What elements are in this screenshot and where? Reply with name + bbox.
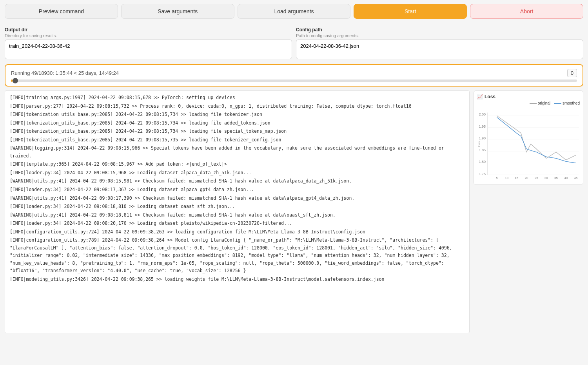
legend-original-line [530,103,537,104]
preview-command-button[interactable]: Preview command [5,4,118,19]
progress-text: Running 49/18930: 1:35:44 < 25 days, 14:… [11,70,119,76]
log-line: [INFO|training_args.py:1997] 2024-04-22 … [10,94,465,102]
svg-text:1.75: 1.75 [479,172,486,176]
log-line: [INFO|tokenization_utils_base.py:2085] 2… [10,136,465,144]
chart-title-text: Loss [485,94,495,99]
legend-smoothed: smoothed [554,101,580,105]
svg-text:40: 40 [564,176,568,180]
progress-box: Running 49/18930: 1:35:44 < 25 days, 14:… [5,64,583,87]
log-line: [INFO|tokenization_utils_base.py:2085] 2… [10,111,465,119]
log-line: [INFO|modeling_utils.py:3426] 2024-04-22… [10,276,465,284]
svg-text:15: 15 [515,176,518,180]
output-dir-label: Output dir [5,27,292,33]
svg-text:35: 35 [554,176,558,180]
svg-text:5: 5 [496,176,498,180]
log-line: [INFO|configuration_utils.py:724] 2024-0… [10,228,465,236]
log-line: [INFO|tokenization_utils_base.py:2085] 2… [10,128,465,136]
svg-text:1.80: 1.80 [479,160,486,164]
chart-original-line [497,116,576,160]
svg-text:1.95: 1.95 [479,125,486,128]
chart-legend: original smoothed [477,101,580,105]
legend-original: original [530,101,550,105]
svg-text:1.90: 1.90 [479,136,486,140]
chart-area: 2.00 1.95 1.90 1.85 1.80 1.75 [477,107,580,181]
loss-chart-svg: 2.00 1.95 1.90 1.85 1.80 1.75 [477,107,580,181]
log-line: [WARNING|utils.py:41] 2024-04-22 09:08:1… [10,177,465,185]
log-line: [INFO|tokenization_utils_base.py:2085] 2… [10,119,465,127]
chart-box: 📈 Loss original smoothed 2.00 1.95 [474,90,583,185]
config-path-label: Config path [296,27,583,33]
progress-track[interactable] [11,80,577,82]
legend-smoothed-label: smoothed [563,101,580,105]
log-line: [INFO|parser.py:277] 2024-04-22 09:08:15… [10,103,465,110]
svg-text:loss: loss [477,141,481,147]
log-area: [INFO|training_args.py:1997] 2024-04-22 … [5,90,470,333]
start-button[interactable]: Start [354,4,467,19]
svg-text:10: 10 [505,176,508,180]
legend-smoothed-line [554,103,561,104]
config-path-hint: Path to config saving arguments. [296,33,583,38]
log-line: [WARNING|logging.py:314] 2024-04-22 09:0… [10,145,465,160]
log-line: [INFO|loader.py:34] 2024-04-22 09:08:15,… [10,169,465,177]
log-line: [WARNING|utils.py:41] 2024-04-22 09:08:1… [10,211,465,219]
log-line: [INFO|template.py:365] 2024-04-22 09:08:… [10,161,465,168]
svg-text:step: step [530,181,537,181]
svg-text:20: 20 [524,176,528,180]
chart-icon: 📈 [477,94,483,99]
save-arguments-button[interactable]: Save arguments [121,4,234,19]
log-line: [INFO|loader.py:34] 2024-04-22 09:08:18,… [10,203,465,211]
svg-text:45: 45 [574,176,577,180]
progress-thumb[interactable] [13,78,18,83]
log-line: [INFO|loader.py:34] 2024-04-22 09:08:20,… [10,220,465,228]
legend-original-label: original [538,101,550,105]
abort-button[interactable]: Abort [470,4,583,19]
progress-number: 0 [567,69,577,77]
output-dir-input[interactable]: train_2024-04-22-08-36-42 [5,40,292,59]
log-line: [INFO|configuration_utils.py:789] 2024-0… [10,237,465,275]
svg-text:2.00: 2.00 [479,112,486,116]
log-line: [INFO|loader.py:34] 2024-04-22 09:08:17,… [10,186,465,194]
log-line: [WARNING|utils.py:41] 2024-04-22 09:08:1… [10,195,465,202]
output-dir-hint: Directory for saving results. [5,33,292,38]
svg-text:25: 25 [535,176,538,180]
config-path-input[interactable]: 2024-04-22-08-36-42.json [296,40,583,59]
svg-text:30: 30 [544,176,548,180]
load-arguments-button[interactable]: Load arguments [238,4,351,19]
svg-text:1.85: 1.85 [479,148,486,152]
